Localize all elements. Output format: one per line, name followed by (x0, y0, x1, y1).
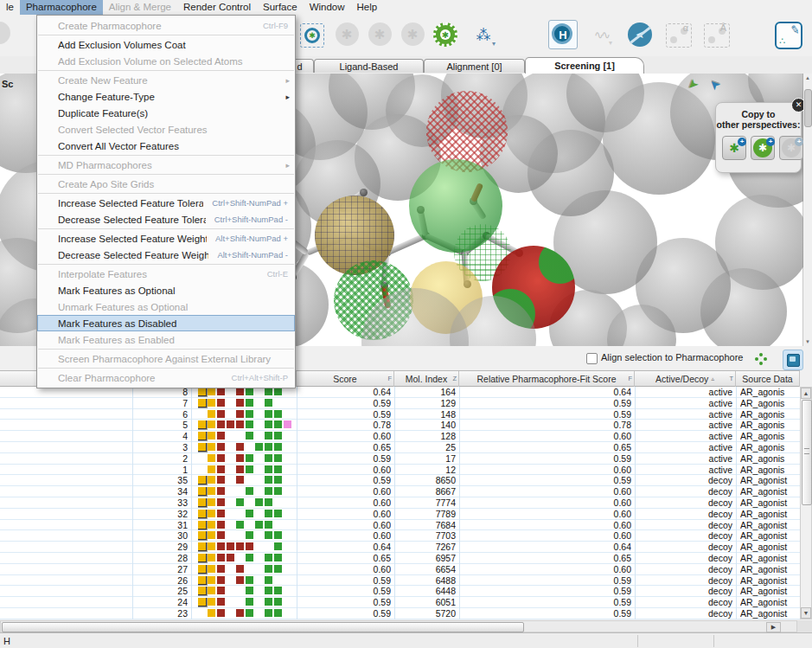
scroll-right-button[interactable]: ▶ (766, 622, 781, 632)
column-header-active-decoy[interactable]: Active/Decoy▵T (635, 371, 736, 387)
close-icon[interactable]: ✕ (791, 98, 803, 112)
table-row[interactable]: 60.591480.59activeAR_agonis (0, 409, 800, 420)
scroll-down-button[interactable]: ▼ (801, 607, 811, 619)
menu-le[interactable]: le (0, 0, 20, 15)
table-gridline (736, 387, 737, 619)
menu-item-unmark-features-as-optional[interactable]: Unmark Features as Optional (37, 298, 295, 315)
viewport-scrollbar-thumb[interactable] (804, 89, 812, 127)
table-row[interactable]: 30.65250.65activeAR_agonis (0, 442, 800, 453)
menu-item-md-pharmacophores[interactable]: MD Pharmacophores▸ (37, 157, 295, 173)
menu-item-mark-features-as-enabled[interactable]: Mark Features as Enabled (37, 331, 295, 348)
menu-item-decrease-selected-feature-tolerance-by-0-15a[interactable]: Decrease Selected Feature Tolerance by 0… (37, 211, 295, 228)
source-data-cell: AR_agonis (740, 409, 800, 420)
menu-item-mark-features-as-disabled[interactable]: Mark Features as Disabled (37, 315, 295, 331)
scroll-up-button[interactable]: ▲ (801, 388, 811, 399)
feature-match-squares (198, 487, 295, 497)
menu-item-clear-pharmacophore[interactable]: Clear PharmacophoreCtrl+Alt+Shift-P (37, 369, 295, 386)
feature-match-squares (198, 432, 295, 442)
menu-render-control[interactable]: Render Control (177, 0, 257, 15)
feature-square (198, 531, 206, 539)
partial-toolbar-icon[interactable] (0, 22, 16, 51)
tab-alignment-0-[interactable]: Alignment [0] (424, 59, 525, 73)
table-row[interactable]: 350.5986500.59decoyAR_agonist (0, 475, 800, 486)
menu-item-duplicate-feature-s-[interactable]: Duplicate Feature(s) (37, 105, 295, 121)
table-row[interactable]: 280.6569570.65decoyAR_agonist (0, 553, 800, 564)
row-index: 35 (132, 475, 188, 485)
menu-item-convert-selected-vector-features[interactable]: Convert Selected Vector Features (37, 121, 295, 138)
table-row[interactable]: 290.6472670.64decoyAR_agonist (0, 542, 800, 553)
table-row[interactable]: 240.5960510.59decoyAR_agonist (0, 597, 800, 608)
scroll-up-icon[interactable]: ▲ (803, 75, 812, 80)
scroll-down-icon[interactable]: ▼ (803, 339, 812, 344)
tab-screening-1-[interactable]: Screening [1] (525, 57, 644, 74)
menu-window[interactable]: Window (304, 0, 351, 15)
table-row[interactable]: 300.6077030.60decoyAR_agonist (0, 530, 800, 542)
menu-item-change-feature-type[interactable]: Change Feature-Type▸ (37, 88, 295, 105)
screen-view-icon[interactable] (783, 350, 803, 370)
viewport-scrollbar[interactable]: ▲ ▼ (802, 74, 812, 346)
menu-item-decrease-selected-feature-weight-by-0-1[interactable]: Decrease Selected Feature Weight by 0.1A… (37, 247, 295, 263)
source-data-cell: AR_agonis (740, 387, 800, 397)
menu-item-screen-pharmacophore-against-external-library[interactable]: Screen Pharmacophore Against External Li… (37, 350, 295, 367)
table-row[interactable]: 320.6077890.60decoyAR_agonist (0, 509, 800, 520)
column-header-source-data[interactable]: Source Data (736, 371, 800, 387)
table-row[interactable]: 70.591290.59activeAR_agonis (0, 398, 800, 409)
hydrogens-toggle-icon[interactable] (548, 20, 576, 49)
source-data-cell: AR_agonist (740, 497, 800, 508)
score-cell: 0.60 (299, 509, 391, 519)
table-row[interactable]: 230.5957200.59decoyAR_agonist (0, 608, 800, 619)
menu-item-interpolate-features[interactable]: Interpolate FeaturesCtrl-E (37, 266, 295, 282)
menu-pharmacophore[interactable]: Pharmacophore (20, 0, 103, 15)
table-row[interactable]: 310.6076840.60decoyAR_agonist (0, 520, 800, 531)
edit-ligand-icon[interactable] (775, 20, 802, 49)
feature-square (217, 576, 225, 584)
table-row[interactable]: 40.601280.60activeAR_agonis (0, 431, 800, 442)
column-header-relative-pharmacophore-fit-score[interactable]: Relative Pharmacophore-Fit ScoreF (459, 371, 635, 387)
menu-help[interactable]: Help (351, 0, 384, 15)
table-row[interactable]: 20.59170.59activeAR_agonis (0, 453, 800, 465)
active-decoy-cell: active (637, 398, 732, 408)
score-cell: 0.60 (299, 465, 391, 475)
align-molecules-icon[interactable] (754, 352, 768, 366)
horizontal-scrollbar[interactable]: ▶ (0, 620, 797, 632)
relative-fit-score-cell: 0.59 (462, 453, 631, 464)
menu-item-create-pharmacophore[interactable]: Create PharmacophoreCtrl-F9 (37, 17, 295, 34)
horizontal-scrollbar-thumb[interactable] (2, 622, 524, 632)
2d-sketch-icon (587, 20, 615, 49)
menu-item-create-new-feature[interactable]: Create New Feature▸ (37, 72, 295, 88)
table-scrollbar-thumb[interactable] (802, 400, 812, 505)
table-row[interactable]: 260.5964880.59decoyAR_agonist (0, 575, 800, 587)
pharmacophore-features-icon[interactable] (432, 20, 459, 49)
table-row[interactable]: 10.60120.60activeAR_agonis (0, 465, 800, 476)
menu-item-convert-all-vector-features[interactable]: Convert All Vector Features (37, 138, 295, 154)
copy-to-ligand-based-button[interactable]: ✱+ (751, 136, 775, 160)
menu-align-merge[interactable]: Align & Merge (103, 0, 177, 15)
align-selection-checkbox[interactable] (586, 353, 598, 364)
score-cell: 0.65 (299, 553, 391, 563)
row-index: 6 (132, 409, 188, 420)
table-body[interactable]: 80.641640.64activeAR_agonis70.591290.59a… (0, 387, 800, 619)
table-row[interactable]: 270.6066540.60decoyAR_agonist (0, 564, 800, 575)
menu-item-mark-features-as-optional[interactable]: Mark Features as Optional (37, 282, 295, 298)
table-row[interactable]: 330.6077740.60decoyAR_agonist (0, 497, 800, 509)
menu-item-create-apo-site-grids[interactable]: Create Apo Site Grids (37, 176, 295, 192)
feature-square (227, 542, 234, 550)
tab-ligand-based[interactable]: Ligand-Based (314, 59, 424, 73)
table-row[interactable]: 340.6086670.60decoyAR_agonist (0, 486, 800, 497)
feature-tree-dropdown-icon[interactable] (470, 20, 497, 49)
column-header-score[interactable]: ScoreF (297, 371, 394, 387)
copy-to-structure-based-button[interactable]: ✱+ (722, 136, 746, 160)
table-row[interactable]: 250.5964480.59decoyAR_agonist (0, 586, 800, 597)
menu-item-increase-selected-feature-weight-by-0-1[interactable]: Increase Selected Feature Weight by 0.1A… (37, 230, 295, 247)
table-row[interactable]: 50.781400.78activeAR_agonis (0, 420, 800, 431)
feature-square (217, 388, 225, 395)
menu-item-add-exclusion-volume-on-selected-atoms[interactable]: Add Exclusion Volume on Selected Atoms (37, 53, 295, 69)
hide-labels-icon[interactable] (626, 20, 654, 49)
menu-item-add-exclusion-volumes-coat[interactable]: Add Exclusion Volumes Coat (37, 36, 295, 53)
menu-surface[interactable]: Surface (257, 0, 304, 15)
feature-square (255, 498, 263, 506)
center-pharmacophore-icon[interactable] (298, 20, 326, 49)
table-vertical-scrollbar[interactable]: ▲ ▼ (800, 387, 812, 619)
menu-item-increase-selected-feature-tolerance-by-0-15a[interactable]: Increase Selected Feature Tolerance by 0… (37, 195, 295, 211)
column-header-mol-index[interactable]: Mol. IndexZ (394, 371, 459, 387)
